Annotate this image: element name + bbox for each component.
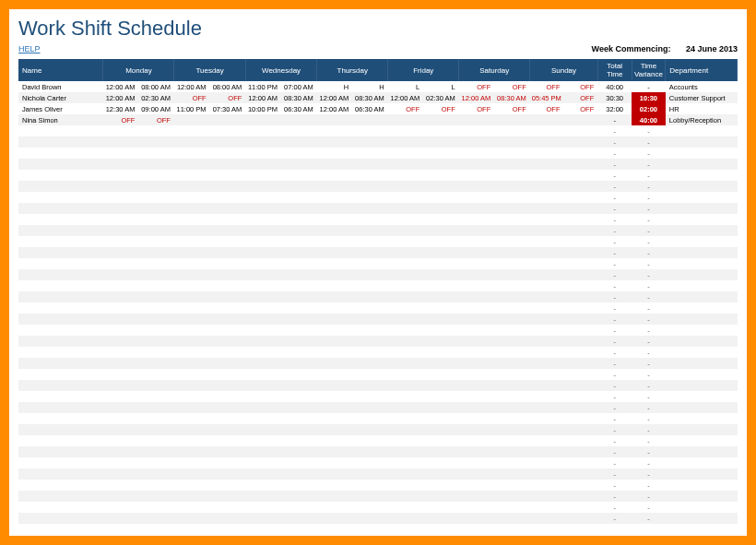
cell-name[interactable] [18, 446, 103, 457]
cell-thu[interactable] [317, 170, 388, 181]
cell-thu[interactable] [317, 325, 388, 336]
cell-sun[interactable] [530, 302, 598, 314]
cell-name[interactable] [18, 159, 103, 170]
cell-mon[interactable]: 12:30 AM09:00 AM [103, 103, 174, 114]
cell-mon[interactable] [103, 314, 174, 325]
cell-department[interactable] [666, 125, 738, 136]
cell-thu[interactable]: 12:00 AM08:30 AM [317, 92, 388, 103]
cell-tue[interactable] [174, 203, 245, 214]
cell-thu[interactable] [317, 491, 388, 502]
cell-wed[interactable] [245, 424, 316, 435]
cell-thu[interactable] [317, 280, 388, 291]
cell-name[interactable] [18, 314, 103, 325]
cell-thu[interactable] [317, 424, 388, 435]
cell-sat[interactable] [459, 424, 530, 435]
cell-sat[interactable]: OFFOFF [459, 81, 530, 92]
cell-name[interactable] [18, 468, 103, 480]
cell-fri[interactable] [388, 114, 459, 125]
cell-thu[interactable] [317, 336, 388, 347]
cell-department[interactable] [666, 358, 738, 369]
cell-thu[interactable] [317, 114, 388, 125]
cell-department[interactable] [666, 236, 738, 247]
cell-name[interactable] [18, 413, 103, 424]
cell-department[interactable] [666, 181, 738, 192]
cell-name[interactable] [18, 170, 103, 181]
cell-mon[interactable] [103, 280, 174, 291]
cell-name[interactable] [18, 225, 103, 236]
cell-name[interactable] [18, 291, 103, 302]
cell-department[interactable] [666, 280, 738, 291]
cell-wed[interactable] [245, 225, 316, 236]
cell-tue[interactable]: 11:00 PM07:30 AM [174, 103, 245, 114]
cell-fri[interactable] [388, 302, 459, 314]
cell-fri[interactable] [388, 347, 459, 358]
cell-mon[interactable] [103, 369, 174, 380]
cell-name[interactable]: Nichola Carter [18, 92, 103, 103]
cell-department[interactable] [666, 225, 738, 236]
cell-thu[interactable] [317, 468, 388, 480]
cell-sun[interactable] [530, 491, 598, 502]
cell-tue[interactable] [174, 468, 245, 480]
cell-tue[interactable] [174, 457, 245, 468]
cell-department[interactable] [666, 136, 738, 148]
cell-name[interactable]: Nina Simon [18, 114, 103, 125]
cell-sun[interactable] [530, 181, 598, 192]
cell-department[interactable] [666, 247, 738, 258]
cell-tue[interactable] [174, 325, 245, 336]
cell-wed[interactable] [245, 402, 316, 413]
cell-fri[interactable] [388, 170, 459, 181]
cell-sun[interactable] [530, 280, 598, 291]
cell-fri[interactable] [388, 424, 459, 435]
cell-thu[interactable] [317, 391, 388, 402]
cell-sun[interactable] [530, 435, 598, 446]
cell-wed[interactable] [245, 148, 316, 159]
cell-wed[interactable] [245, 435, 316, 446]
cell-sat[interactable] [459, 203, 530, 214]
cell-sat[interactable] [459, 369, 530, 380]
cell-name[interactable] [18, 269, 103, 280]
cell-thu[interactable] [317, 159, 388, 170]
cell-sat[interactable] [459, 358, 530, 369]
cell-sat[interactable]: 12:00 AM08:30 AM [459, 92, 530, 103]
cell-mon[interactable] [103, 159, 174, 170]
cell-sat[interactable] [459, 136, 530, 148]
cell-department[interactable] [666, 491, 738, 502]
cell-mon[interactable] [103, 424, 174, 435]
cell-sun[interactable] [530, 358, 598, 369]
cell-fri[interactable]: LL [388, 81, 459, 92]
cell-wed[interactable] [245, 314, 316, 325]
cell-fri[interactable] [388, 358, 459, 369]
cell-sun[interactable] [530, 148, 598, 159]
cell-sat[interactable] [459, 148, 530, 159]
cell-sun[interactable] [530, 225, 598, 236]
cell-fri[interactable] [388, 435, 459, 446]
cell-fri[interactable] [388, 236, 459, 247]
cell-wed[interactable] [245, 513, 316, 524]
cell-sun[interactable] [530, 214, 598, 225]
cell-wed[interactable] [245, 468, 316, 480]
cell-department[interactable] [666, 435, 738, 446]
cell-wed[interactable] [245, 446, 316, 457]
cell-wed[interactable] [245, 203, 316, 214]
cell-department[interactable] [666, 413, 738, 424]
cell-mon[interactable] [103, 457, 174, 468]
cell-mon[interactable]: 12:00 AM08:00 AM [103, 81, 174, 92]
cell-name[interactable] [18, 491, 103, 502]
cell-mon[interactable] [103, 192, 174, 203]
cell-department[interactable] [666, 380, 738, 391]
cell-mon[interactable] [103, 214, 174, 225]
cell-sun[interactable] [530, 336, 598, 347]
cell-mon[interactable] [103, 402, 174, 413]
cell-sat[interactable] [459, 336, 530, 347]
cell-thu[interactable] [317, 457, 388, 468]
cell-wed[interactable] [245, 170, 316, 181]
cell-tue[interactable] [174, 125, 245, 136]
cell-thu[interactable] [317, 269, 388, 280]
cell-mon[interactable] [103, 225, 174, 236]
cell-tue[interactable] [174, 114, 245, 125]
cell-thu[interactable] [317, 192, 388, 203]
cell-sun[interactable] [530, 402, 598, 413]
cell-wed[interactable] [245, 247, 316, 258]
cell-sat[interactable] [459, 114, 530, 125]
cell-name[interactable] [18, 247, 103, 258]
